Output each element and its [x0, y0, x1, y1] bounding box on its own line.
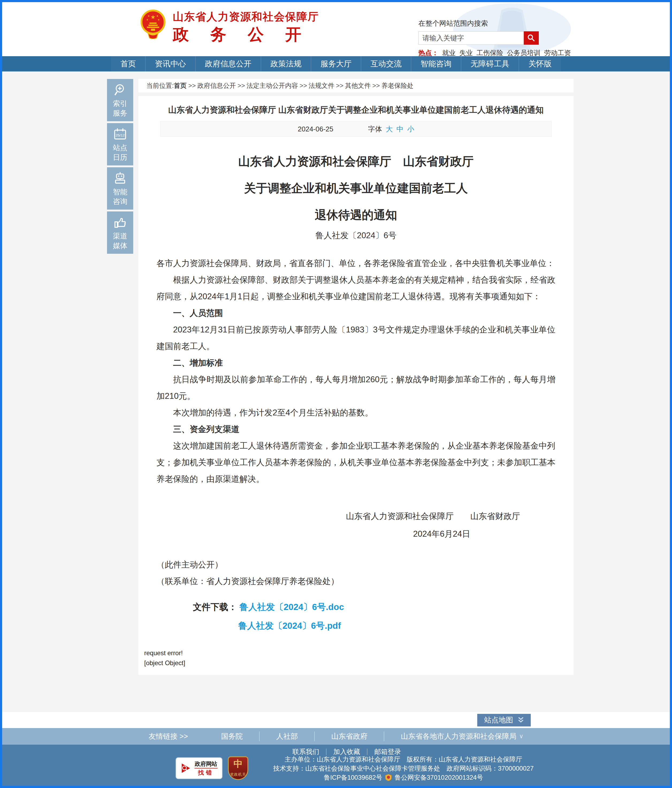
breadcrumb-separator: >> [188, 82, 196, 89]
footer: 联系我们 加入收藏 邮箱登录 政府网站 找错 中 党政机关 主办单位：山东省人力… [2, 745, 670, 786]
file-downloads: 文件下载： 鲁人社发〔2024〕6号.doc 鲁人社发〔2024〕6号.pdf [157, 601, 555, 632]
badge-line1: 政府网站 [195, 761, 217, 767]
breadcrumb-prefix: 当前位置: [146, 81, 174, 90]
main-area: 索引 服务 25/12 站点 日历 智能 咨询 [2, 71, 670, 712]
friend-links-label[interactable]: 友情链接 >> [132, 731, 204, 741]
font-size-large[interactable]: 大 [386, 124, 393, 134]
hot-label: 热点： [418, 48, 439, 57]
breadcrumb-regulation-files[interactable]: 法规文件 [309, 81, 334, 90]
document-body: 各市人力资源社会保障局、财政局，省直各部门、单位，各养老保险省直管企业，各中央驻… [157, 255, 555, 488]
svg-text:25/12: 25/12 [116, 133, 125, 137]
breadcrumb-separator: >> [336, 82, 344, 89]
breadcrumb-pension-office[interactable]: 养老保险处 [382, 81, 414, 90]
font-size-medium[interactable]: 中 [396, 124, 403, 134]
zoom-plus-icon [113, 83, 127, 97]
breadcrumb-other-files[interactable]: 其他文件 [345, 81, 371, 90]
national-emblem-icon: ★ ★ ★ ★ ★ [140, 9, 166, 39]
svg-text:★: ★ [158, 18, 160, 21]
floating-sidebar: 索引 服务 25/12 站点 日历 智能 咨询 [107, 79, 133, 254]
hot-link-injury-insurance[interactable]: 工伤保险 [477, 48, 503, 57]
sitemap-strip: 站点地图 [2, 712, 670, 728]
svg-text:★: ★ [146, 18, 149, 21]
party-badge-label: 党政机关 [230, 772, 246, 777]
link-city-hrss-bureaus[interactable]: 山东省各地市人力资源和社会保障局 ∨ [384, 731, 540, 741]
nav-accessibility-tools[interactable]: 无障碍工具 [461, 56, 519, 71]
document-title-line: 关于调整企业和机关事业单位建国前老工人 [157, 175, 555, 202]
disclosure-notes: （此件主动公开） （联系单位：省人力资源社会保障厅养老保险处） [157, 556, 555, 589]
sitemap-button[interactable]: 站点地图 [477, 714, 531, 726]
sidebar-item-index-service[interactable]: 索引 服务 [107, 79, 133, 121]
document-number: 鲁人社发〔2024〕6号 [157, 229, 555, 242]
search-input[interactable] [418, 31, 524, 45]
public-security-number[interactable]: 鲁公网安备37010202001324号 [395, 774, 483, 782]
sidebar-item-site-calendar[interactable]: 25/12 站点 日历 [107, 123, 133, 165]
document-title-line: 退休待遇的通知 [157, 202, 555, 228]
search-button[interactable] [524, 31, 539, 45]
hot-link-employment[interactable]: 就业 [442, 48, 456, 57]
sitemap-button-label: 站点地图 [484, 715, 513, 725]
nav-service-hall[interactable]: 服务大厅 [311, 56, 361, 71]
download-pdf-link[interactable]: 鲁人社发〔2024〕6号.pdf [238, 621, 341, 631]
main-nav: 首页 资讯中心 政府信息公开 政策法规 服务大厅 互动交流 智能咨询 无障碍工具… [2, 56, 670, 71]
site-title: 政 务 公 开 [173, 24, 319, 45]
breadcrumb: 当前位置: 首页 >> 政府信息公开 >> 法定主动公开内容 >> 法规文件 >… [138, 79, 574, 92]
svg-text:★: ★ [151, 14, 156, 20]
sidebar-item-channel-media[interactable]: 渠道 媒体 [107, 211, 133, 254]
hot-link-labor-wage[interactable]: 劳动工资 [544, 48, 571, 57]
sidebar-label: 站点 [108, 143, 132, 153]
paragraph: 各市人力资源社会保障局、财政局，省直各部门、单位，各养老保险省直管企业，各中央驻… [157, 255, 555, 272]
article-meta-bar: 2024-06-25 字体 大 中 小 [160, 121, 552, 137]
link-state-council[interactable]: 国务院 [204, 731, 259, 741]
divider [195, 768, 217, 769]
nav-interaction[interactable]: 互动交流 [361, 56, 411, 71]
sidebar-label: 咨询 [108, 197, 132, 207]
nav-policies-regulations[interactable]: 政策法规 [261, 56, 311, 71]
footer-organizer-line: 主办单位：山东省人力资源和社会保障厅 版权所有：山东省人力资源和社会保障厅 [259, 755, 548, 763]
sidebar-label: 索引 [108, 99, 132, 108]
section-heading: 一、人员范围 [157, 305, 555, 321]
nav-news-center[interactable]: 资讯中心 [145, 56, 195, 71]
nav-smart-consult[interactable]: 智能咨询 [411, 56, 461, 71]
paragraph: 本次增加的待遇，作为计发2至4个月生活补贴的基数。 [157, 404, 555, 421]
robot-icon [113, 172, 127, 185]
font-size-small[interactable]: 小 [407, 124, 414, 134]
breadcrumb-separator: >> [372, 82, 380, 89]
party-emblem-icon: 中 [233, 759, 242, 769]
sidebar-label: 日历 [108, 153, 132, 162]
download-doc-link[interactable]: 鲁人社发〔2024〕6号.doc [239, 602, 344, 612]
error-line: request error! [144, 648, 555, 658]
friend-links-band: 友情链接 >> 国务院 人社部 山东省政府 山东省各地市人力资源和社会保障局 ∨ [2, 728, 670, 745]
gov-site-error-report-badge[interactable]: 政府网站 找错 [176, 757, 223, 779]
nav-home[interactable]: 首页 [111, 56, 145, 71]
signature-organizations: 山东省人力资源和社会保障厅 山东省财政厅 [157, 510, 555, 522]
search-icon [527, 34, 535, 42]
hot-link-civil-servant-training[interactable]: 公务员培训 [507, 48, 540, 57]
breadcrumb-gov-info[interactable]: 政府信息公开 [197, 81, 236, 90]
icp-number[interactable]: 鲁ICP备10039682号 [324, 774, 382, 782]
link-shandong-gov[interactable]: 山东省政府 [315, 731, 384, 741]
breadcrumb-home[interactable]: 首页 [174, 81, 187, 90]
sidebar-label: 渠道 [108, 231, 132, 241]
double-chevron-down-icon [518, 717, 524, 723]
svg-text:★: ★ [156, 14, 158, 17]
section-heading: 二、增加标准 [157, 355, 555, 371]
error-line: [object Object] [144, 658, 555, 668]
nav-care-version[interactable]: 关怀版 [519, 56, 561, 71]
nav-gov-info-disclosure[interactable]: 政府信息公开 [195, 56, 261, 71]
agency-name: 山东省人力资源和社会保障厅 [173, 9, 319, 24]
note-contact-unit: （联系单位：省人力资源社会保障厅养老保险处） [157, 573, 555, 589]
hot-keywords: 热点： 就业 失业 工伤保险 公务员培训 劳动工资 [418, 48, 579, 57]
content-column: 当前位置: 首页 >> 政府信息公开 >> 法定主动公开内容 >> 法规文件 >… [138, 79, 574, 675]
publish-date: 2024-06-25 [298, 125, 333, 133]
sidebar-item-smart-consult[interactable]: 智能 咨询 [107, 167, 133, 210]
hot-link-unemployment[interactable]: 失业 [459, 48, 473, 57]
signature-date: 2024年6月24日 [157, 528, 555, 540]
party-gov-org-badge[interactable]: 中 党政机关 [228, 756, 248, 780]
article-list-title: 山东省人力资源和社会保障厅 山东省财政厅关于调整企业和机关事业单位建国前老工人退… [157, 104, 555, 116]
paragraph: 这次增加建国前老工人退休待遇所需资金，参加企业职工基本养老保险的，从企业基本养老… [157, 438, 555, 488]
link-mohrss[interactable]: 人社部 [260, 731, 314, 741]
breadcrumb-statutory-disclosure[interactable]: 法定主动公开内容 [247, 81, 298, 90]
document-title: 山东省人力资源和社会保障厅 山东省财政厅 关于调整企业和机关事业单位建国前老工人… [157, 148, 555, 228]
paragraph: 2023年12月31日前已按原劳动人事部劳人险〔1983〕3号文件规定办理退休手… [157, 321, 555, 355]
footer-info: 主办单位：山东省人力资源和社会保障厅 版权所有：山东省人力资源和社会保障厅 技术… [259, 754, 548, 782]
